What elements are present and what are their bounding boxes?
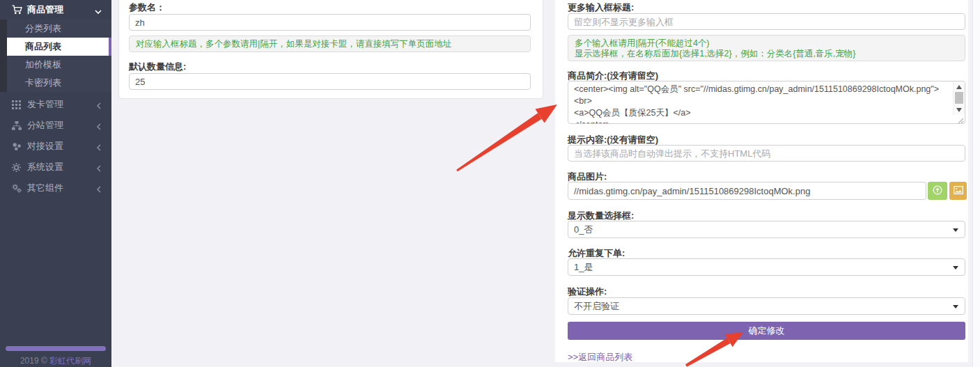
copyright: 2019 © 彩虹代刷网 <box>0 355 111 367</box>
annotation-arrow-desc <box>453 97 564 178</box>
tip-content-input[interactable] <box>568 145 965 162</box>
sidebar: 商品管理 分类列表 商品列表 加价模板 卡密列表 发卡管理 分站管理 对接设置 <box>0 0 111 367</box>
scroll-up-icon[interactable] <box>956 85 962 89</box>
gear-icon <box>12 163 27 172</box>
cart-icon <box>12 5 27 15</box>
sidebar-item-label: 发卡管理 <box>27 98 63 111</box>
sidebar-item-substation-management[interactable]: 分站管理 <box>0 115 111 136</box>
resize-grip-icon[interactable] <box>957 116 964 123</box>
back-to-product-list-link[interactable]: >>返回商品列表 <box>568 351 632 364</box>
nodes-icon <box>12 142 27 151</box>
grid-icon <box>12 100 27 109</box>
sidebar-item-markup-template[interactable]: 加价模板 <box>7 56 111 74</box>
sidebar-item-product-management[interactable]: 商品管理 <box>0 0 111 19</box>
param-form-card: 参数名： 对应输入框标题，多个参数请用|隔开，如果是对接卡盟，请直接填写下单页面… <box>118 0 543 99</box>
more-inputs-label: 更多输入框标题: <box>568 1 634 14</box>
site-link[interactable]: 彩虹代刷网 <box>49 356 91 366</box>
chevron-left-icon <box>96 185 101 195</box>
chevron-left-icon <box>96 143 101 153</box>
sidebar-item-system-settings[interactable]: 系统设置 <box>0 157 111 178</box>
scrollbar-thumb[interactable] <box>955 92 963 104</box>
sidebar-item-label: 对接设置 <box>27 140 63 153</box>
qty-selector-select[interactable]: 0_否 <box>568 221 965 238</box>
sidebar-item-category-list[interactable]: 分类列表 <box>7 19 111 38</box>
upload-icon <box>933 185 942 197</box>
sidebar-item-other-components[interactable]: 其它组件 <box>0 178 111 198</box>
sidebar-item-card-management[interactable]: 发卡管理 <box>0 94 111 115</box>
verify-action-select[interactable]: 不开启验证 <box>568 297 965 315</box>
repeat-order-select[interactable]: 1_是 <box>568 258 965 276</box>
product-desc-textarea[interactable]: <center><img alt="QQ会员" src="//midas.gti… <box>568 81 953 123</box>
product-submenu: 分类列表 商品列表 加价模板 卡密列表 <box>0 19 111 92</box>
product-edit-form: 更多输入框标题: 多个输入框请用|隔开(不能超过4个) 显示选择框，在名称后面加… <box>555 0 968 362</box>
textarea-scrollbar[interactable] <box>953 81 965 115</box>
image-library-button[interactable] <box>949 182 967 200</box>
default-qty-input[interactable] <box>129 73 531 90</box>
page-scrollbar[interactable] <box>972 0 980 367</box>
sidebar-item-card-list[interactable]: 卡密列表 <box>7 74 111 92</box>
more-inputs-help-text: 多个输入框请用|隔开(不能超过4个) 显示选择框，在名称后面加{选择1,选择2}… <box>568 35 965 61</box>
sidebar-item-docking-settings[interactable]: 对接设置 <box>0 136 111 157</box>
sidebar-item-label: 其它组件 <box>27 182 63 194</box>
select-caret-icon <box>953 266 958 270</box>
param-name-label: 参数名： <box>129 1 165 14</box>
sitemap-icon <box>12 121 27 130</box>
sidebar-item-label: 分站管理 <box>27 119 63 132</box>
select-caret-icon <box>953 305 958 309</box>
image-icon <box>954 186 963 196</box>
scroll-down-icon[interactable] <box>956 108 962 112</box>
sidebar-footer-bar <box>6 346 106 351</box>
select-caret-icon <box>953 228 958 232</box>
verify-action-value: 不开启验证 <box>574 301 619 311</box>
chevron-down-icon <box>95 6 102 17</box>
upload-image-button[interactable] <box>928 182 947 200</box>
more-inputs-input[interactable] <box>568 13 965 30</box>
qty-selector-value: 0_否 <box>574 224 593 235</box>
verify-action-label: 验证操作: <box>568 286 607 298</box>
chevron-left-icon <box>96 122 101 132</box>
copyright-year: 2019 © <box>20 356 47 366</box>
chevron-left-icon <box>96 101 101 111</box>
repeat-order-value: 1_是 <box>574 262 593 272</box>
product-desc-field: <center><img alt="QQ会员" src="//midas.gti… <box>568 81 965 124</box>
sidebar-item-label: 商品管理 <box>27 3 63 16</box>
param-help-text: 对应输入框标题，多个参数请用|隔开，如果是对接卡盟，请直接填写下单页面地址 <box>129 36 531 52</box>
sidebar-item-label: 系统设置 <box>27 161 63 173</box>
help-line-2: 显示选择框，在名称后面加{选择1,选择2}，例如：分类名{普通,音乐,宠物} <box>575 49 958 59</box>
confirm-modify-button[interactable]: 确定修改 <box>568 322 965 340</box>
chevron-left-icon <box>96 164 101 174</box>
default-qty-label: 默认数量信息: <box>129 61 186 73</box>
sidebar-item-product-list[interactable]: 商品列表 <box>7 38 111 56</box>
product-image-input[interactable] <box>568 182 926 200</box>
param-name-input[interactable] <box>129 14 531 31</box>
gears-icon <box>12 184 27 193</box>
help-line-1: 多个输入框请用|隔开(不能超过4个) <box>575 38 958 49</box>
